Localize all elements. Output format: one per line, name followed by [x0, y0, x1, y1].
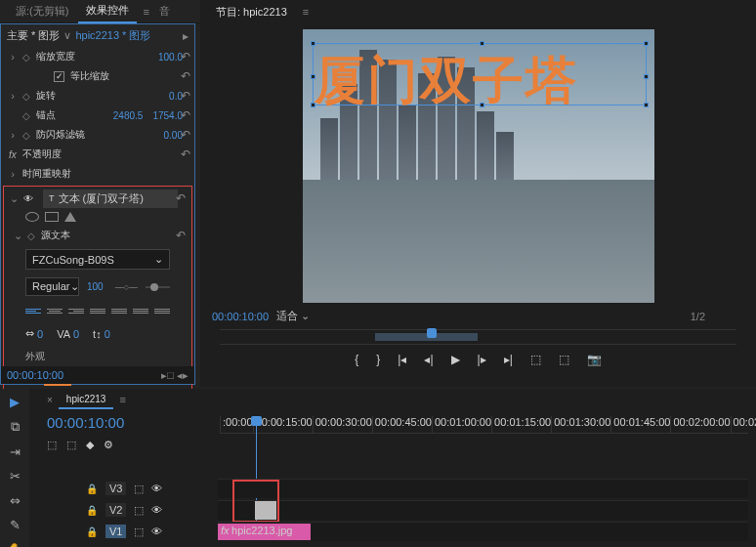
pen-tool[interactable]: ✎ [10, 518, 21, 532]
track-select-tool[interactable]: ⧉ [11, 419, 20, 435]
overlay-title-text[interactable]: 厦门双子塔 [315, 47, 647, 115]
program-timecode[interactable]: 00:00:10:00 [212, 311, 269, 322]
text-layer-item[interactable]: T文本 (厦门双子塔) [43, 189, 178, 208]
playhead-icon[interactable] [427, 328, 437, 338]
align-justify-button[interactable] [90, 304, 105, 317]
prop-antiflicker[interactable]: 防闪烁滤镜 [36, 128, 158, 142]
align-right-button[interactable] [68, 304, 84, 317]
val-anchor-y[interactable]: 1754.0 [152, 110, 183, 121]
go-to-out-button[interactable]: ▸| [504, 353, 513, 366]
tab-effect-controls[interactable]: 效果控件 [78, 0, 137, 23]
selection-tool[interactable]: ▶ [10, 395, 20, 409]
toggle-output-icon[interactable]: ⬚ [134, 504, 144, 517]
mark-in-button[interactable]: { [355, 353, 358, 366]
ellipse-mask-icon[interactable] [25, 212, 39, 222]
close-tab-icon[interactable]: × [47, 395, 53, 405]
slip-tool[interactable]: ⇔ [10, 493, 21, 508]
track-v1[interactable]: fx hpic2213.jpg [218, 522, 748, 541]
uniform-scale-checkbox[interactable] [54, 71, 64, 82]
tab-menu-icon[interactable]: ≡ [143, 6, 148, 18]
hand-tool[interactable]: ✋ [7, 542, 22, 547]
step-forward-button[interactable]: |▸ [478, 353, 486, 366]
toggle-output-icon[interactable]: ⬚ [134, 526, 144, 538]
align-center-button[interactable] [47, 304, 63, 317]
prop-anchor[interactable]: 锚点 [36, 108, 107, 122]
prop-scale-width[interactable]: 缩放宽度 [36, 50, 152, 63]
prop-timeremap[interactable]: 时间重映射 [22, 167, 187, 181]
val-scale-width[interactable]: 100.0 [158, 52, 183, 63]
footer-timecode[interactable]: 00:00:10:00 [7, 369, 63, 381]
align-justify-last-center[interactable] [133, 304, 148, 317]
track-v3[interactable] [218, 479, 748, 498]
align-left-button[interactable] [25, 304, 41, 317]
lock-icon[interactable]: 🔒 [86, 526, 98, 537]
eye-icon[interactable]: 👁 [151, 526, 162, 537]
timeline-timecode[interactable]: 00:00:10:00 [47, 414, 124, 431]
pen-mask-icon[interactable] [64, 212, 76, 222]
snap-icon[interactable]: ⬚ [47, 439, 57, 451]
tab-source[interactable]: 源:(无剪辑) [8, 0, 76, 22]
rect-mask-icon[interactable] [45, 212, 59, 222]
twirl-icon[interactable]: ⌄ [10, 192, 18, 205]
play-button[interactable]: ▶ [451, 353, 460, 366]
track-target-v1[interactable]: V1 [105, 525, 126, 538]
bc-master[interactable]: 主要 * 图形 [7, 28, 60, 43]
prop-rotation[interactable]: 旋转 [36, 89, 163, 103]
lift-button[interactable]: ⬚ [530, 353, 541, 366]
eye-icon[interactable]: 👁 [23, 193, 33, 204]
graphic-clip[interactable] [255, 501, 276, 520]
twirl-icon[interactable]: ⌄ [14, 230, 21, 242]
reset-icon[interactable]: ↶ [181, 128, 190, 142]
reset-icon[interactable]: ↶ [181, 69, 190, 83]
track-v2[interactable] [218, 500, 748, 520]
tab-menu-icon[interactable]: ≡ [119, 394, 125, 405]
reset-icon[interactable]: ↶ [176, 229, 186, 242]
eye-icon[interactable]: 👁 [151, 483, 162, 494]
bc-clip[interactable]: hpic2213 * 图形 [75, 28, 150, 43]
track-target-v3[interactable]: V3 [105, 482, 126, 495]
zoom-bar[interactable]: ▸□ ◂▸ [161, 369, 189, 382]
reset-icon[interactable]: ↶ [181, 50, 190, 63]
sequence-tab[interactable]: hpic2213 [59, 391, 114, 409]
linked-selection-icon[interactable]: ⬚ [66, 439, 76, 451]
settings-icon[interactable]: ⚙ [104, 439, 113, 451]
reset-icon[interactable]: ↶ [176, 191, 186, 205]
time-ruler[interactable]: :00:0000:00:15:0000:00:30:00 00:00:45:00… [220, 416, 748, 434]
font-size-value[interactable]: 100 [87, 281, 104, 292]
reset-icon[interactable]: ↶ [181, 147, 190, 161]
leading-control[interactable]: t↕0 [93, 327, 110, 340]
program-scrub-bar[interactable] [220, 329, 736, 345]
font-weight-select[interactable]: Regular⌄ [25, 277, 79, 296]
extract-button[interactable]: ⬚ [559, 353, 569, 366]
mark-out-button[interactable]: } [376, 353, 380, 366]
video-clip[interactable]: fx hpic2213.jpg [218, 524, 311, 540]
kerning-control[interactable]: VA0 [57, 327, 79, 340]
tracking-control[interactable]: ⇔0 [25, 327, 43, 340]
font-family-select[interactable]: FZCuSong-B09S⌄ [25, 249, 170, 270]
razor-tool[interactable]: ✂ [10, 469, 21, 484]
reset-icon[interactable]: ↶ [181, 89, 190, 103]
prop-source-text[interactable]: 源文本 [41, 229, 182, 242]
ripple-edit-tool[interactable]: ⇥ [10, 444, 21, 459]
go-to-in-button[interactable]: |◂ [398, 353, 406, 366]
eye-icon[interactable]: 👁 [151, 504, 162, 516]
prop-opacity[interactable]: 不透明度 [22, 147, 187, 161]
lock-icon[interactable]: 🔒 [86, 484, 98, 494]
tab-audio[interactable]: 音 [151, 0, 178, 22]
tab-menu-icon[interactable]: ≡ [303, 6, 309, 18]
program-tab[interactable]: 节目: hpic2213 [208, 1, 295, 23]
step-back-button[interactable]: ◂| [424, 353, 433, 366]
export-frame-button[interactable]: 📷 [587, 353, 602, 366]
zoom-fit-select[interactable]: 适合 ⌄ [276, 309, 310, 323]
panel-menu-icon[interactable]: ▸ [183, 29, 189, 43]
reset-icon[interactable]: ↶ [181, 108, 190, 122]
align-justify-last-right[interactable] [154, 304, 170, 317]
font-size-slider[interactable] [146, 286, 170, 288]
val-anchor-x[interactable]: 2480.5 [113, 110, 144, 121]
lock-icon[interactable]: 🔒 [86, 505, 98, 516]
toggle-output-icon[interactable]: ⬚ [134, 483, 144, 495]
track-target-v2[interactable]: V2 [105, 503, 126, 517]
marker-icon[interactable]: ◆ [86, 439, 94, 451]
program-monitor[interactable]: 厦门双子塔 [303, 29, 654, 303]
align-justify-last-left[interactable] [111, 304, 127, 317]
